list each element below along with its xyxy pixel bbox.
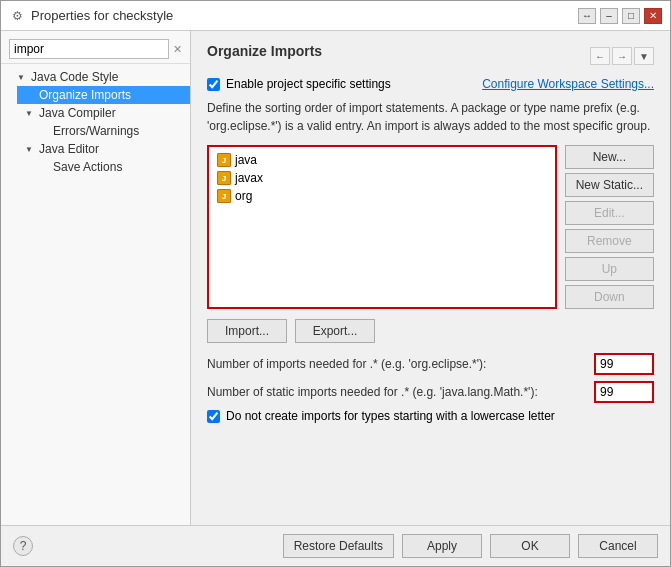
- field2-input[interactable]: [594, 381, 654, 403]
- sidebar-item-label: Java Compiler: [39, 106, 116, 120]
- enable-settings-row: Enable project specific settings Configu…: [207, 77, 654, 91]
- sidebar-item-label: Errors/Warnings: [53, 124, 139, 138]
- ok-button[interactable]: OK: [490, 534, 570, 558]
- down-button[interactable]: Down: [565, 285, 654, 309]
- field1-label: Number of imports needed for .* (e.g. 'o…: [207, 357, 594, 371]
- sidebar-search-area: ✕: [1, 35, 190, 64]
- sidebar-item-save-actions[interactable]: Save Actions: [25, 158, 190, 176]
- footer-right: Restore Defaults Apply OK Cancel: [283, 534, 658, 558]
- import-action-buttons: New... New Static... Edit... Remove Up D…: [565, 145, 654, 309]
- sidebar-item-java-compiler[interactable]: ▼ Java Compiler: [17, 104, 190, 122]
- close-button[interactable]: ✕: [644, 8, 662, 24]
- maximize-button[interactable]: □: [622, 8, 640, 24]
- java-code-style-children: Organize Imports ▼ Java Compiler Errors/…: [9, 86, 190, 176]
- sidebar-item-java-editor[interactable]: ▼ Java Editor: [17, 140, 190, 158]
- list-item[interactable]: J java: [213, 151, 551, 169]
- list-item[interactable]: J org: [213, 187, 551, 205]
- dialog-footer: ? Restore Defaults Apply OK Cancel: [1, 525, 670, 566]
- dialog-icon: ⚙: [9, 8, 25, 24]
- main-content: Organize Imports ← → ▼ Enable project sp…: [191, 31, 670, 525]
- title-bar-controls: ↔ – □ ✕: [578, 8, 662, 24]
- minimize-button[interactable]: –: [600, 8, 618, 24]
- field2-row: Number of static imports needed for .* (…: [207, 381, 654, 403]
- sidebar: ✕ ▼ Java Code Style Organize Imports ▼ J…: [1, 31, 191, 525]
- new-button[interactable]: New...: [565, 145, 654, 169]
- nav-dropdown-icon[interactable]: ▼: [634, 47, 654, 65]
- title-bar-left: ⚙ Properties for checkstyle: [9, 8, 173, 24]
- package-icon: J: [217, 189, 231, 203]
- list-item[interactable]: J javax: [213, 169, 551, 187]
- expand-arrow-icon: ▼: [25, 145, 35, 154]
- dialog-title: Properties for checkstyle: [31, 8, 173, 23]
- help-button[interactable]: ?: [13, 536, 33, 556]
- import-item-label: org: [235, 189, 252, 203]
- import-export-row: Import... Export...: [207, 319, 654, 343]
- expand-arrow-icon: ▼: [17, 73, 27, 82]
- cancel-button[interactable]: Cancel: [578, 534, 658, 558]
- content-nav: ← → ▼: [590, 47, 654, 65]
- search-input[interactable]: [9, 39, 169, 59]
- import-item-label: javax: [235, 171, 263, 185]
- restore-defaults-button[interactable]: Restore Defaults: [283, 534, 394, 558]
- clear-search-icon[interactable]: ✕: [173, 43, 182, 56]
- import-list-box[interactable]: J java J javax J org: [207, 145, 557, 309]
- import-item-label: java: [235, 153, 257, 167]
- dialog-body: ✕ ▼ Java Code Style Organize Imports ▼ J…: [1, 31, 670, 525]
- lowercase-label: Do not create imports for types starting…: [226, 409, 555, 423]
- lowercase-checkbox-row: Do not create imports for types starting…: [207, 409, 654, 423]
- ok-cancel-group: OK Cancel: [490, 534, 658, 558]
- nav-back-icon[interactable]: ←: [590, 47, 610, 65]
- enable-settings-label: Enable project specific settings: [226, 77, 391, 91]
- properties-dialog: ⚙ Properties for checkstyle ↔ – □ ✕ ✕ ▼ …: [0, 0, 671, 567]
- title-bar: ⚙ Properties for checkstyle ↔ – □ ✕: [1, 1, 670, 31]
- java-compiler-children: Errors/Warnings: [17, 122, 190, 140]
- field2-label: Number of static imports needed for .* (…: [207, 385, 594, 399]
- edit-button[interactable]: Edit...: [565, 201, 654, 225]
- package-icon: J: [217, 171, 231, 185]
- section-title: Organize Imports: [207, 43, 322, 59]
- sidebar-item-label: Java Editor: [39, 142, 99, 156]
- apply-button[interactable]: Apply: [402, 534, 482, 558]
- sidebar-item-label: Java Code Style: [31, 70, 118, 84]
- field1-row: Number of imports needed for .* (e.g. 'o…: [207, 353, 654, 375]
- expand-arrow-icon: ▼: [25, 109, 35, 118]
- sidebar-item-organize-imports[interactable]: Organize Imports: [17, 86, 190, 104]
- lowercase-checkbox[interactable]: [207, 410, 220, 423]
- import-list-container: J java J javax J org New... New Static..…: [207, 145, 654, 309]
- new-static-button[interactable]: New Static...: [565, 173, 654, 197]
- java-editor-children: Save Actions: [17, 158, 190, 176]
- configure-workspace-link[interactable]: Configure Workspace Settings...: [482, 77, 654, 91]
- nav-back-button[interactable]: ↔: [578, 8, 596, 24]
- nav-forward-icon[interactable]: →: [612, 47, 632, 65]
- description-text: Define the sorting order of import state…: [207, 99, 654, 135]
- footer-left: ?: [13, 536, 33, 556]
- up-button[interactable]: Up: [565, 257, 654, 281]
- remove-button[interactable]: Remove: [565, 229, 654, 253]
- import-button[interactable]: Import...: [207, 319, 287, 343]
- field1-input[interactable]: [594, 353, 654, 375]
- sidebar-item-java-code-style[interactable]: ▼ Java Code Style: [9, 68, 190, 86]
- sidebar-item-errors-warnings[interactable]: Errors/Warnings: [25, 122, 190, 140]
- tree-root: ▼ Java Code Style Organize Imports ▼ Jav…: [1, 68, 190, 176]
- package-icon: J: [217, 153, 231, 167]
- enable-project-settings-checkbox[interactable]: [207, 78, 220, 91]
- sidebar-item-label: Save Actions: [53, 160, 122, 174]
- export-button[interactable]: Export...: [295, 319, 375, 343]
- sidebar-item-label: Organize Imports: [39, 88, 131, 102]
